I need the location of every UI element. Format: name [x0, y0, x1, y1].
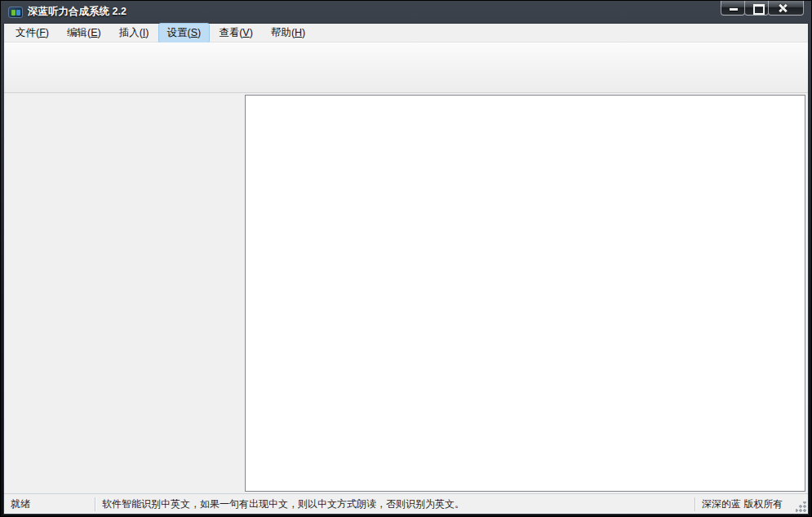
menu-item-help[interactable]: 帮助(H) — [263, 24, 313, 42]
caption-buttons — [721, 1, 804, 16]
main-area — [4, 93, 808, 493]
window-client-area: 文件(F)编辑(E)插入(I)设置(S)查看(V)帮助(H) 就绪 软件智能识别… — [3, 23, 809, 515]
menu-item-edit[interactable]: 编辑(E) — [59, 24, 109, 42]
menu-item-settings[interactable]: 设置(S) — [159, 24, 210, 42]
status-ready: 就绪 — [4, 497, 95, 511]
maximize-button[interactable] — [744, 1, 769, 16]
app-icon — [8, 7, 23, 18]
menu-item-file[interactable]: 文件(F) — [7, 24, 57, 42]
status-copyright: 深深的蓝 版权所有 — [695, 497, 808, 511]
status-hint: 软件智能识别中英文，如果一句有出现中文，则以中文方式朗读，否则识别为英文。 — [95, 497, 695, 511]
title-bar[interactable]: 深蓝听力合成系统 2.2 — [3, 1, 809, 23]
menu-bar: 文件(F)编辑(E)插入(I)设置(S)查看(V)帮助(H) — [4, 24, 808, 42]
menu-item-view[interactable]: 查看(V) — [211, 24, 261, 42]
window-title: 深蓝听力合成系统 2.2 — [28, 5, 126, 19]
minimize-button[interactable] — [721, 1, 745, 16]
menu-item-insert[interactable]: 插入(I) — [111, 24, 158, 42]
script-editor[interactable] — [245, 95, 805, 492]
resize-grip-icon[interactable] — [796, 501, 806, 512]
status-bar: 就绪 软件智能识别中英文，如果一句有出现中文，则以中文方式朗读，否则识别为英文。… — [4, 493, 808, 514]
toolbar — [4, 42, 808, 93]
app-window: 深蓝听力合成系统 2.2 文件(F)编辑(E)插入(I)设置(S)查看(V)帮助… — [0, 0, 812, 517]
voice-settings-panel — [4, 93, 244, 493]
close-button[interactable] — [768, 1, 804, 16]
